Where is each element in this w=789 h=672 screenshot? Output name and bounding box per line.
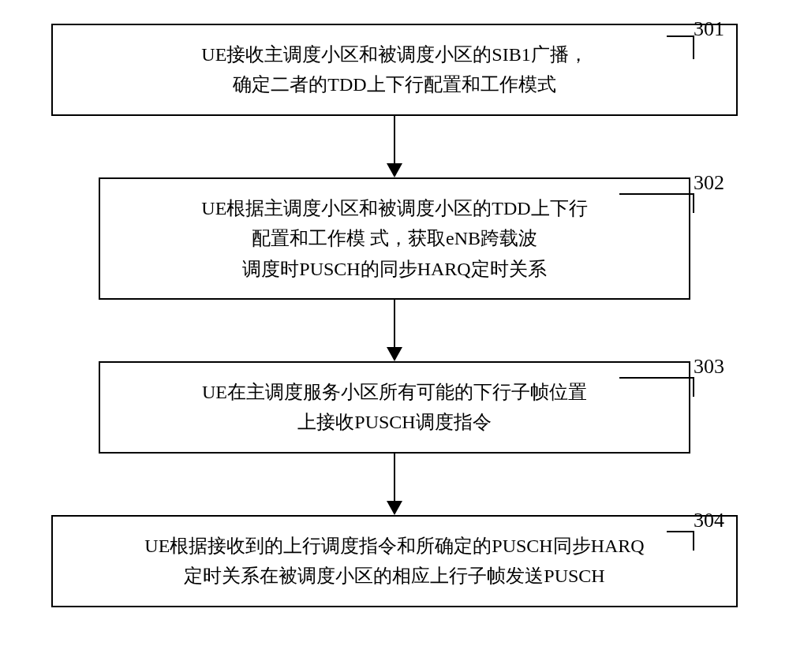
- flowchart-container: UE接收主调度小区和被调度小区的SIB1广播， 确定二者的TDD上下行配置和工作…: [47, 24, 742, 607]
- step-wrapper-302: UE根据主调度小区和被调度小区的TDD上下行 配置和工作模 式，获取eNB跨载波…: [47, 177, 742, 300]
- arrow-icon: [387, 116, 402, 177]
- step-label-303: 303: [694, 355, 724, 379]
- arrow-icon: [387, 300, 402, 361]
- arrow-head-icon: [387, 347, 402, 361]
- step-label-302: 302: [694, 171, 724, 195]
- arrow-head-icon: [387, 501, 402, 515]
- connector-line-301: [667, 35, 694, 59]
- step-label-304: 304: [694, 509, 724, 532]
- step-box-303: UE在主调度服务小区所有可能的下行子帧位置 上接收PUSCH调度指令: [99, 361, 690, 454]
- step-label-301: 301: [694, 17, 724, 41]
- arrow-line: [394, 116, 395, 163]
- arrow-head-icon: [387, 163, 402, 177]
- step-wrapper-304: UE根据接收到的上行调度指令和所确定的PUSCH同步HARQ 定时关系在被调度小…: [47, 515, 742, 607]
- connector-line-304: [667, 531, 694, 551]
- arrow-line: [394, 300, 395, 347]
- step-box-301: UE接收主调度小区和被调度小区的SIB1广播， 确定二者的TDD上下行配置和工作…: [51, 24, 738, 116]
- connector-line-302: [619, 193, 694, 213]
- step-wrapper-303: UE在主调度服务小区所有可能的下行子帧位置 上接收PUSCH调度指令 303: [47, 361, 742, 454]
- arrow-line: [394, 454, 395, 501]
- step-wrapper-301: UE接收主调度小区和被调度小区的SIB1广播， 确定二者的TDD上下行配置和工作…: [47, 24, 742, 116]
- step-box-302: UE根据主调度小区和被调度小区的TDD上下行 配置和工作模 式，获取eNB跨载波…: [99, 177, 690, 300]
- arrow-icon: [387, 454, 402, 515]
- connector-line-303: [619, 377, 694, 397]
- step-box-304: UE根据接收到的上行调度指令和所确定的PUSCH同步HARQ 定时关系在被调度小…: [51, 515, 738, 607]
